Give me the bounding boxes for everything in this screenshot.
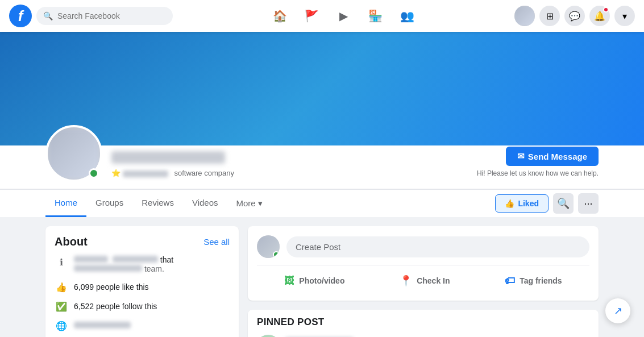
navbar-right: ⊞ 💬 🔔 ▾: [514, 6, 635, 26]
website-stat: 🌐: [55, 319, 230, 332]
create-post-top: Create Post: [257, 235, 589, 258]
follows-stat-text: 6,522 people follow this: [74, 302, 157, 311]
external-link-icon: ↗: [614, 305, 622, 317]
about-title: About: [55, 235, 88, 248]
about-description-text: that team.: [74, 255, 230, 273]
likes-stat: 👍 6,099 people like this: [55, 280, 230, 294]
page-wrapper: ⭐ software company ✉ Send Message Hi! Pl…: [0, 32, 644, 337]
search-input[interactable]: [57, 11, 166, 20]
tab-more[interactable]: More ▾: [227, 190, 272, 217]
navbar-center: 🏠 🚩 ▶ 🏪 👥: [173, 2, 514, 30]
about-header: About See all: [55, 235, 230, 248]
more-options-button[interactable]: ···: [578, 193, 599, 214]
likes-stat-text: 6,099 people like this: [74, 282, 149, 292]
tab-groups[interactable]: Groups: [86, 190, 132, 217]
search-icon: 🔍: [43, 11, 53, 20]
help-text: Hi! Please let us know how we can help.: [477, 169, 599, 177]
grid-icon-button[interactable]: ⊞: [539, 6, 560, 26]
send-message-button[interactable]: ✉ Send Message: [506, 147, 599, 166]
post-avatar-online-dot: [273, 251, 280, 258]
pinned-post-header: PINNED POST: [248, 310, 599, 330]
about-description-item: ℹ that team.: [55, 255, 230, 273]
profile-name: [111, 151, 468, 167]
bell-icon-button[interactable]: 🔔: [589, 6, 610, 26]
chevron-down-icon-button[interactable]: ▾: [614, 6, 635, 26]
globe-icon: 🌐: [55, 319, 68, 332]
home-nav-button[interactable]: 🏠: [267, 2, 294, 30]
tab-videos[interactable]: Videos: [183, 190, 227, 217]
notification-dot: [603, 7, 609, 13]
profile-avatar-wrapper: [45, 125, 102, 182]
follows-stat: ✅ 6,522 people follow this: [55, 299, 230, 313]
create-post-divider: [257, 265, 589, 265]
pinned-post-avatar: [257, 335, 280, 337]
cover-section: ⭐ software company ✉ Send Message Hi! Pl…: [0, 32, 644, 217]
profile-name-area: ⭐ software company: [111, 151, 468, 182]
liked-button[interactable]: 👍 Liked: [495, 194, 549, 213]
right-feed: Create Post 🖼 Photo/video 📍 Check In 🏷: [248, 226, 599, 337]
store-nav-button[interactable]: 🏪: [362, 2, 389, 30]
page-tabs: Home Groups Reviews Videos More ▾ 👍 Like…: [0, 189, 644, 217]
about-card: About See all ℹ that team.: [45, 226, 239, 337]
float-action-button[interactable]: ↗: [605, 298, 630, 323]
flag-nav-button[interactable]: 🚩: [298, 2, 326, 30]
people-nav-button[interactable]: 👥: [394, 2, 421, 30]
search-bar[interactable]: 🔍: [36, 7, 173, 25]
pinned-post-meta: ···: [257, 335, 589, 337]
tab-actions: 👍 Liked 🔍 ···: [495, 193, 599, 214]
create-post-actions: 🖼 Photo/video 📍 Check In 🏷 Tag friends: [257, 270, 589, 292]
thumbs-up-icon: 👍: [505, 199, 514, 208]
navbar: f 🔍 🏠 🚩 ▶ 🏪 👥 ⊞ 💬 🔔 ▾: [0, 0, 644, 32]
online-indicator: [89, 168, 99, 178]
facebook-logo[interactable]: f: [9, 5, 32, 27]
tag-friends-button[interactable]: 🏷 Tag friends: [496, 270, 571, 292]
pinned-post-inner: ···: [248, 330, 599, 337]
messenger-icon-button[interactable]: 💬: [564, 6, 585, 26]
info-icon: ℹ: [55, 255, 68, 269]
messenger-small-icon: ✉: [517, 151, 525, 161]
search-tab-button[interactable]: 🔍: [553, 193, 574, 214]
website-url: [74, 321, 131, 330]
tag-friends-icon: 🏷: [505, 275, 515, 287]
create-post-card: Create Post 🖼 Photo/video 📍 Check In 🏷: [248, 226, 599, 301]
location-pin-icon: 📍: [400, 274, 412, 287]
check-stat-icon: ✅: [55, 299, 68, 313]
post-avatar: [257, 235, 280, 258]
profile-subtitle: ⭐ software company: [111, 169, 468, 177]
thumbs-up-stat-icon: 👍: [55, 280, 68, 294]
pinned-post-card: PINNED POST: [248, 310, 599, 337]
check-in-button[interactable]: 📍 Check In: [390, 270, 459, 292]
photo-video-button[interactable]: 🖼 Photo/video: [275, 270, 354, 292]
see-all-link[interactable]: See all: [203, 237, 230, 247]
tab-reviews[interactable]: Reviews: [132, 190, 183, 217]
photo-video-icon: 🖼: [284, 275, 294, 287]
navbar-left: f 🔍: [9, 5, 173, 27]
profile-actions: ✉ Send Message Hi! Please let us know ho…: [477, 147, 599, 182]
left-sidebar: About See all ℹ that team.: [45, 226, 239, 337]
play-nav-button[interactable]: ▶: [330, 2, 358, 30]
profile-info-bar: ⭐ software company ✉ Send Message Hi! Pl…: [0, 145, 644, 189]
create-post-input[interactable]: Create Post: [286, 236, 589, 257]
tab-home[interactable]: Home: [45, 190, 86, 217]
avatar[interactable]: [514, 6, 535, 26]
main-content: About See all ℹ that team.: [0, 217, 644, 337]
